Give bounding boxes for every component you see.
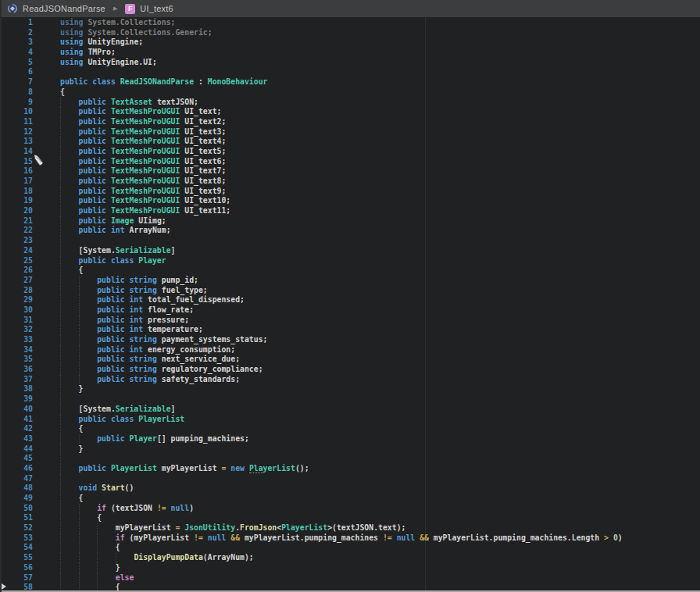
field-icon: F xyxy=(125,4,135,14)
code-token: public xyxy=(60,137,111,145)
code-line[interactable]: 2using System.Collections.Generic; xyxy=(2,28,700,38)
code-line[interactable]: 15 public TextMeshProUGUI UI_text6; xyxy=(2,157,700,167)
code-line[interactable]: 7public class ReadJSONandParse : MonoBeh… xyxy=(2,77,700,87)
code-line[interactable]: 35 public string next_service_due; xyxy=(2,355,700,365)
code-line[interactable]: 39 xyxy=(2,394,700,405)
line-number: 48 xyxy=(2,483,33,494)
line-number: 25 xyxy=(2,256,33,266)
code-line[interactable]: 43 public Player[] pumping_machines; xyxy=(2,434,700,444)
line-number: 56 xyxy=(2,563,33,573)
code-line[interactable]: 41 public class PlayerList xyxy=(2,415,700,425)
code-editor[interactable]: 1using System.Collections;2using System.… xyxy=(2,17,700,592)
breadcrumb-member[interactable]: UI_text6 xyxy=(140,4,173,13)
code-line[interactable]: 14 public TextMeshProUGUI UI_text5; xyxy=(2,147,700,157)
code-token: MonoBehaviour xyxy=(208,77,268,86)
code-line[interactable]: 18 public TextMeshProUGUI UI_text9; xyxy=(2,187,700,197)
code-line[interactable]: 31 public int pressure; xyxy=(2,316,700,326)
code-text: public string fuel_type; xyxy=(60,286,208,296)
code-line[interactable]: 23 xyxy=(2,236,700,246)
code-token: using xyxy=(60,37,84,46)
code-line[interactable]: 27 public string pump_id; xyxy=(2,276,700,286)
code-text: public int ArrayNum; xyxy=(60,226,171,236)
code-line[interactable]: 50 if (textJSON != null) xyxy=(2,504,700,514)
line-number: 51 xyxy=(2,513,33,523)
code-token: TextMeshProUGUI xyxy=(111,157,180,166)
code-line[interactable]: 47 xyxy=(2,474,700,484)
code-line[interactable]: 34 public int energy_consumption; xyxy=(2,345,700,355)
code-line[interactable]: 42 { xyxy=(2,424,700,434)
code-line[interactable]: 28 public string fuel_type; xyxy=(2,286,700,296)
code-token: using xyxy=(60,58,84,66)
code-line[interactable]: 32 public int temperature; xyxy=(2,325,700,335)
code-line[interactable]: 33 public string payment_systems_status; xyxy=(2,335,700,345)
code-line[interactable]: 25 public class Player xyxy=(2,256,700,266)
code-line[interactable]: 40 [System.Serializable] xyxy=(2,405,700,415)
code-line[interactable]: 10 public TextMeshProUGUI UI_text; xyxy=(2,107,700,117)
code-line[interactable]: 12 public TextMeshProUGUI UI_text3; xyxy=(2,127,700,137)
code-line[interactable]: 37 public string safety_standards; xyxy=(2,375,700,385)
indent-guide xyxy=(60,236,61,246)
code-token: flow_rate; xyxy=(148,305,194,314)
code-line[interactable]: 52 myPlayerList = JsonUtility.FromJson<P… xyxy=(2,523,700,533)
code-line[interactable]: 17 public TextMeshProUGUI UI_text8; xyxy=(2,177,700,187)
code-token: TextMeshProUGUI xyxy=(111,147,180,155)
code-text: if (myPlayerList != null && myPlayerList… xyxy=(60,533,623,544)
code-token: UI_text9; xyxy=(180,187,226,195)
code-token: && xyxy=(230,533,240,542)
code-line[interactable]: 57 else xyxy=(2,573,700,583)
code-text: public Image UIimg; xyxy=(60,216,166,226)
code-line[interactable]: 38 } xyxy=(2,384,700,394)
code-line[interactable]: 24 [System.Serializable] xyxy=(2,246,700,256)
code-text: public string pump_id; xyxy=(60,276,198,286)
code-token: Pla xyxy=(249,464,263,473)
code-text: public int pressure; xyxy=(60,316,189,326)
code-token: else xyxy=(60,573,134,582)
code-line[interactable]: 46 public PlayerList myPlayerList = new … xyxy=(2,464,700,474)
code-line[interactable]: 8{ xyxy=(2,87,700,98)
code-line[interactable]: 1using System.Collections; xyxy=(2,18,700,28)
code-line[interactable]: 30 public int flow_rate; xyxy=(2,305,700,316)
code-line[interactable]: 11 public TextMeshProUGUI UI_text2; xyxy=(2,117,700,127)
code-token: myPlayerList.pumping_machines xyxy=(240,533,383,542)
code-line[interactable]: 49 { xyxy=(2,494,700,504)
code-line[interactable]: 29 public int total_fuel_dispensed; xyxy=(2,295,700,305)
code-line[interactable]: 16 public TextMeshProUGUI UI_text7; xyxy=(2,166,700,177)
code-token: System.Collections; xyxy=(84,18,176,27)
mouse-cursor xyxy=(33,154,45,166)
code-line[interactable]: 44 } xyxy=(2,444,700,455)
code-token: public xyxy=(60,117,111,126)
code-line[interactable]: 36 public string regulatory_compliance; xyxy=(2,365,700,375)
line-number: 9 xyxy=(2,98,33,108)
code-line[interactable]: 51 { xyxy=(2,513,700,523)
code-line[interactable]: 5using UnityEngine.UI; xyxy=(2,58,700,68)
code-line[interactable]: 55 DisplayPumpData(ArrayNum); xyxy=(2,553,700,563)
code-token: () xyxy=(125,483,134,492)
code-line[interactable]: 9 public TextAsset textJSON; xyxy=(2,98,700,108)
code-token: { xyxy=(60,87,65,96)
line-number: 30 xyxy=(2,305,33,316)
code-line[interactable]: 56 } xyxy=(2,563,700,573)
code-line[interactable]: 45 xyxy=(2,454,700,464)
code-token: (textJSON xyxy=(106,504,157,512)
code-text: { xyxy=(60,513,102,523)
code-line[interactable]: 19 public TextMeshProUGUI UI_text10; xyxy=(2,196,700,206)
code-line[interactable]: 26 { xyxy=(2,266,700,276)
code-line[interactable]: 20 public TextMeshProUGUI UI_text11; xyxy=(2,206,700,216)
code-token: if xyxy=(60,504,106,512)
code-line[interactable]: 22 public int ArrayNum; xyxy=(2,226,700,236)
code-text: public class PlayerList xyxy=(60,415,184,425)
code-line[interactable]: 3using UnityEngine; xyxy=(2,37,700,48)
code-line[interactable]: 54 { xyxy=(2,543,700,553)
code-token: UnityEngine.UI; xyxy=(84,58,157,66)
breadcrumb-class[interactable]: ReadJSONandParse xyxy=(23,4,105,13)
code-text: myPlayerList = JsonUtility.FromJson<Play… xyxy=(60,523,405,533)
line-number: 32 xyxy=(2,325,33,335)
code-line[interactable]: 6 xyxy=(2,67,700,77)
code-line[interactable]: 4using TMPro; xyxy=(2,48,700,58)
code-text: { xyxy=(60,424,84,434)
code-token: { xyxy=(60,424,84,433)
code-line[interactable]: 48 void Start() xyxy=(2,483,700,494)
code-line[interactable]: 21 public Image UIimg; xyxy=(2,216,700,226)
code-line[interactable]: 53 if (myPlayerList != null && myPlayerL… xyxy=(2,533,700,544)
code-line[interactable]: 13 public TextMeshProUGUI UI_text4; xyxy=(2,137,700,147)
